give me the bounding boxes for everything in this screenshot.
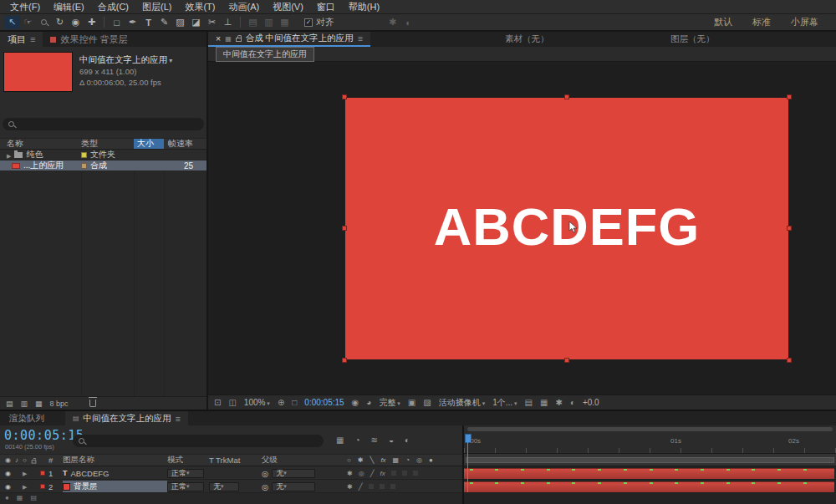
comp-thumbnail[interactable]	[3, 52, 73, 92]
resolution-select[interactable]: 完整	[379, 397, 400, 409]
pan-behind-tool-icon[interactable]	[84, 16, 99, 29]
camera-tool-icon[interactable]	[68, 16, 84, 29]
selection-handle[interactable]	[787, 226, 792, 231]
menu-animation[interactable]: 动画(A)	[222, 1, 267, 13]
monitor-icon[interactable]	[228, 398, 236, 407]
selection-handle[interactable]	[787, 94, 792, 99]
pickwhip-icon[interactable]	[262, 469, 268, 478]
clone-stamp-tool-icon[interactable]	[172, 16, 188, 29]
navigator-bar[interactable]	[467, 427, 833, 431]
rasterize-switch[interactable]	[359, 470, 364, 477]
channels-icon[interactable]	[366, 398, 371, 407]
shape-tool-icon[interactable]	[109, 16, 125, 29]
workspace-small-screen[interactable]: 小屏幕	[791, 16, 818, 28]
layer-row-text[interactable]: 1 T ABCDEFG 正常 无	[0, 467, 462, 480]
frame-blend-icon[interactable]	[371, 435, 378, 445]
menu-composition[interactable]: 合成(C)	[91, 1, 135, 13]
workspace-standard[interactable]: 标准	[752, 16, 771, 28]
expand-columns-icon[interactable]	[17, 494, 23, 501]
mode-select[interactable]: 正常	[167, 469, 204, 478]
parent-select[interactable]: 无	[272, 469, 315, 478]
adjustment-switch-icon[interactable]	[416, 456, 422, 464]
motion-blur-icon[interactable]	[389, 435, 394, 445]
layer-track[interactable]	[464, 481, 836, 493]
time-navigator[interactable]	[464, 425, 836, 434]
interpret-footage-icon[interactable]	[6, 400, 13, 408]
eraser-tool-icon[interactable]	[188, 16, 204, 29]
align-toggle[interactable]: 对齐	[304, 16, 334, 28]
timeline-track-area[interactable]: :00s 01s 02s	[462, 425, 836, 504]
expander-icon[interactable]	[7, 150, 11, 160]
pickwhip-icon[interactable]	[262, 482, 268, 491]
column-divider[interactable]	[164, 150, 165, 396]
frame-blend-switch-icon[interactable]	[393, 456, 400, 464]
pixel-aspect-icon[interactable]	[525, 398, 533, 407]
quality-switch-icon[interactable]	[370, 456, 375, 464]
col-name-label[interactable]: 名称	[7, 138, 23, 150]
selection-handle[interactable]	[787, 358, 792, 363]
tab-project[interactable]: 项目	[0, 32, 43, 47]
new-comp-icon[interactable]	[35, 400, 43, 408]
panel-menu-icon[interactable]	[30, 34, 35, 44]
mode-select[interactable]: 正常	[167, 482, 204, 491]
view-layout-select[interactable]: 1个...	[492, 397, 517, 409]
toggle-switches-icon[interactable]	[5, 494, 9, 501]
shy-layers-icon[interactable]	[354, 435, 359, 445]
mini-flowchart-icon[interactable]	[336, 435, 344, 445]
column-divider[interactable]	[81, 150, 82, 396]
composition-canvas[interactable]: ABCDEFG	[208, 62, 836, 395]
lock-column-icon[interactable]	[32, 460, 37, 463]
collapse-switch-icon[interactable]	[358, 456, 364, 464]
quality-switch[interactable]	[370, 470, 375, 477]
selection-handle[interactable]	[342, 226, 347, 231]
menu-help[interactable]: 帮助(H)	[342, 1, 386, 13]
layer-duration-bar[interactable]	[464, 468, 834, 479]
lock-icon[interactable]	[236, 38, 242, 42]
motion-blur-switch-icon[interactable]	[405, 456, 410, 464]
label-color-swatch[interactable]	[81, 152, 87, 158]
shy-switch-icon[interactable]	[347, 456, 351, 464]
3d-switch-icon[interactable]	[429, 456, 433, 464]
exposure-icon[interactable]	[570, 398, 575, 407]
col-layer-name-label[interactable]: 图层名称	[63, 455, 94, 464]
fast-previews-icon[interactable]	[540, 398, 548, 407]
project-bpc-label[interactable]: 8 bpc	[50, 400, 69, 408]
tab-layer[interactable]: 图层（无）	[670, 32, 715, 47]
layer-name[interactable]: ABCDEFG	[71, 469, 110, 478]
col-trkmat-label[interactable]: T TrkMat	[209, 456, 240, 465]
tab-render-queue[interactable]: 渲染队列	[0, 411, 54, 425]
column-divider[interactable]	[134, 150, 135, 396]
align-checkbox-icon[interactable]	[304, 18, 313, 27]
zoom-select[interactable]: 100%	[244, 398, 270, 407]
selection-tool-icon[interactable]	[4, 16, 20, 29]
zoom-columns-icon[interactable]	[30, 494, 37, 501]
viewer-timecode[interactable]: 0:00:05:15	[304, 398, 344, 407]
magnification-icon[interactable]	[214, 398, 221, 407]
eye-toggle[interactable]	[5, 483, 11, 491]
effects-switch-icon[interactable]	[380, 456, 385, 464]
fx-switch[interactable]	[380, 470, 385, 477]
eye-column-icon[interactable]	[5, 456, 11, 464]
pen-tool-icon[interactable]	[125, 16, 140, 29]
canvas-text[interactable]: ABCDEFG	[345, 196, 788, 257]
exposure-value[interactable]: +0.0	[583, 398, 599, 407]
trkmat-select[interactable]: 无	[209, 482, 239, 491]
timeline-button-icon[interactable]	[556, 398, 563, 407]
layer-row-background[interactable]: 2 背景层 正常 无 无	[0, 481, 462, 493]
close-icon[interactable]	[216, 33, 221, 43]
menu-window[interactable]: 窗口	[310, 1, 342, 13]
trash-icon[interactable]	[89, 400, 96, 407]
tab-timeline-comp[interactable]: 中间值在文字上的应用	[65, 411, 188, 425]
grid-options-icon[interactable]	[278, 398, 284, 407]
expander-icon[interactable]	[23, 470, 27, 477]
expander-icon[interactable]	[23, 483, 27, 491]
menu-view[interactable]: 视图(V)	[266, 1, 310, 13]
selection-handle[interactable]	[564, 358, 569, 363]
col-mode-label[interactable]: 模式	[167, 455, 183, 464]
selection-handle[interactable]	[342, 358, 347, 363]
new-folder-icon[interactable]	[21, 400, 28, 408]
parent-select[interactable]: 无	[272, 482, 315, 491]
project-search-input[interactable]	[3, 118, 204, 130]
menu-file[interactable]: 文件(F)	[3, 1, 47, 13]
menu-edit[interactable]: 编辑(E)	[47, 1, 91, 13]
